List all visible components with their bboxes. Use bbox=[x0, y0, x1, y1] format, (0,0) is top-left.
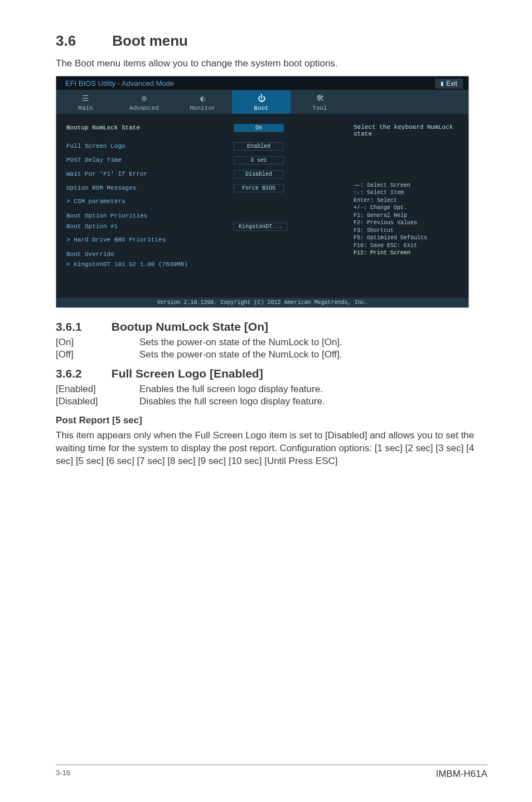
bios-version-footer: Version 2.10.1208. Copyright (C) 2012 Am… bbox=[56, 298, 468, 307]
key-enter: Enter: Select bbox=[354, 197, 462, 205]
bios-titlebar: EFI BIOS Utility - Advanced Mode Exit bbox=[56, 76, 468, 90]
subsection-362-title: Full Screen Logo [Enabled] bbox=[112, 367, 263, 380]
kv-value: Disables the full screen logo display fe… bbox=[139, 396, 487, 407]
row-bootopt1[interactable]: Boot Option #1 KingstonDT... bbox=[66, 223, 337, 231]
kv-key: [On] bbox=[56, 337, 139, 348]
optrom-value[interactable]: Force BIOS bbox=[234, 184, 284, 192]
tab-tool[interactable]: 🛠 Tool bbox=[291, 90, 349, 114]
bootopt1-value[interactable]: KingstonDT... bbox=[234, 223, 287, 231]
section-heading: 3.6 Boot menu bbox=[56, 32, 487, 50]
kv-key: [Enabled] bbox=[56, 384, 139, 395]
page-footer: 3-16 IMBM-H61A bbox=[56, 765, 487, 780]
key-select-item: ↑↓: Select Item bbox=[354, 189, 462, 197]
section-intro: The Boot menu items allow you to change … bbox=[56, 57, 487, 70]
fullscreen-label: Full Screen Logo bbox=[66, 143, 234, 149]
key-f1: F1: General Help bbox=[354, 212, 462, 220]
boot-override-header: Boot Override bbox=[66, 251, 337, 258]
gauge-icon: ◐ bbox=[173, 94, 232, 104]
tab-monitor-label: Monitor bbox=[190, 105, 215, 112]
power-icon: ⏻ bbox=[232, 94, 291, 104]
key-f5: F5: Optimized Defaults bbox=[354, 234, 462, 242]
exit-label: Exit bbox=[446, 80, 457, 88]
bios-tabs: ☰ Main ⚙ Advanced ◐ Monitor ⏻ Boot 🛠 Too… bbox=[56, 90, 468, 114]
kv-row: [Disabled] Disables the full screen logo… bbox=[56, 396, 487, 407]
waitf1-label: Wait For 'F1' If Error bbox=[66, 171, 234, 177]
tab-advanced[interactable]: ⚙ Advanced bbox=[115, 90, 173, 114]
kv-row: [Off] Sets the power-on state of the Num… bbox=[56, 349, 487, 360]
post-report-heading: Post Report [5 sec] bbox=[56, 415, 487, 426]
kv-key: [Disabled] bbox=[56, 396, 139, 407]
tab-tool-label: Tool bbox=[312, 105, 327, 112]
hd-bbs-link[interactable]: Hard Drive BBS Priorities bbox=[66, 236, 337, 243]
help-keys: →←: Select Screen ↑↓: Select Item Enter:… bbox=[354, 182, 462, 257]
postdelay-label: POST Delay Time bbox=[66, 157, 234, 163]
tab-boot[interactable]: ⏻ Boot bbox=[232, 90, 291, 114]
csm-label: CSM parameters bbox=[74, 198, 125, 205]
csm-parameters-link[interactable]: CSM parameters bbox=[66, 198, 337, 205]
kv-value: Sets the power-on state of the NumLock t… bbox=[139, 349, 487, 360]
numlock-value[interactable]: On bbox=[234, 124, 284, 132]
row-optrom[interactable]: Option ROM Messages Force BIOS bbox=[66, 184, 337, 192]
post-report-body: This item appears only when the Full Scr… bbox=[56, 429, 487, 468]
tab-monitor[interactable]: ◐ Monitor bbox=[173, 90, 232, 114]
model-name: IMBM-H61A bbox=[436, 769, 487, 780]
tab-main-label: Main bbox=[78, 105, 93, 112]
key-select-screen: →←: Select Screen bbox=[354, 182, 462, 190]
row-fullscreen[interactable]: Full Screen Logo Enabled bbox=[66, 142, 337, 151]
fullscreen-value[interactable]: Enabled bbox=[234, 142, 284, 151]
tab-main[interactable]: ☰ Main bbox=[56, 90, 115, 114]
bios-left-pane: Bootup NumLock State On Full Screen Logo… bbox=[56, 114, 347, 298]
row-numlock[interactable]: Bootup NumLock State On bbox=[66, 124, 337, 132]
postdelay-value[interactable]: 3 sec bbox=[234, 156, 284, 165]
subsection-361-heading: 3.6.1 Bootup NumLock State [On] bbox=[56, 320, 487, 334]
waitf1-value[interactable]: Disabled bbox=[234, 170, 284, 178]
row-waitf1[interactable]: Wait For 'F1' If Error Disabled bbox=[66, 170, 337, 178]
optrom-label: Option ROM Messages bbox=[66, 185, 234, 191]
override-item[interactable]: KingstonDT 101 G2 1.00 (7639MB) bbox=[66, 261, 337, 268]
exit-button[interactable]: Exit bbox=[435, 79, 463, 89]
boot-priorities-header: Boot Option Priorities bbox=[66, 212, 337, 219]
tool-icon: 🛠 bbox=[291, 94, 349, 104]
subsection-361-title: Bootup NumLock State [On] bbox=[112, 320, 268, 333]
bios-body: Bootup NumLock State On Full Screen Logo… bbox=[56, 114, 468, 298]
kv-row: [Enabled] Enables the full screen logo d… bbox=[56, 384, 487, 395]
subsection-362-heading: 3.6.2 Full Screen Logo [Enabled] bbox=[56, 367, 487, 380]
kv-value: Enables the full screen logo display fea… bbox=[139, 384, 487, 395]
key-change-opt: +/-: Change Opt. bbox=[354, 204, 462, 212]
page-number: 3-16 bbox=[56, 769, 70, 780]
subsection-362-num: 3.6.2 bbox=[56, 367, 108, 380]
override-item-label: KingstonDT 101 G2 1.00 (7639MB) bbox=[74, 261, 188, 268]
bios-title: EFI BIOS Utility - Advanced Mode bbox=[65, 79, 174, 88]
key-f2: F2: Previous Values bbox=[354, 219, 462, 227]
bios-right-pane: Select the keyboard NumLock state →←: Se… bbox=[347, 114, 468, 298]
tab-boot-label: Boot bbox=[254, 105, 268, 112]
help-text: Select the keyboard NumLock state bbox=[354, 124, 462, 137]
kv-row: [On] Sets the power-on state of the NumL… bbox=[56, 337, 487, 348]
gear-icon: ⚙ bbox=[115, 94, 173, 104]
kv-value: Sets the power-on state of the NumLock t… bbox=[139, 337, 487, 348]
kv-key: [Off] bbox=[56, 349, 139, 360]
bios-screenshot: EFI BIOS Utility - Advanced Mode Exit ☰ … bbox=[56, 76, 469, 308]
list-icon: ☰ bbox=[56, 94, 115, 104]
section-title: Boot menu bbox=[112, 32, 188, 49]
numlock-label: Bootup NumLock State bbox=[66, 124, 234, 131]
section-number: 3.6 bbox=[56, 32, 108, 50]
key-f12: F12: Print Screen bbox=[354, 249, 462, 257]
key-f10: F10: Save ESC: Exit bbox=[354, 242, 462, 250]
bootopt1-label: Boot Option #1 bbox=[66, 223, 234, 230]
key-f3: F3: Shortcut bbox=[354, 227, 462, 235]
tab-advanced-label: Advanced bbox=[129, 105, 159, 112]
row-postdelay[interactable]: POST Delay Time 3 sec bbox=[66, 156, 337, 165]
hd-bbs-label: Hard Drive BBS Priorities bbox=[74, 236, 166, 243]
subsection-361-num: 3.6.1 bbox=[56, 320, 108, 334]
